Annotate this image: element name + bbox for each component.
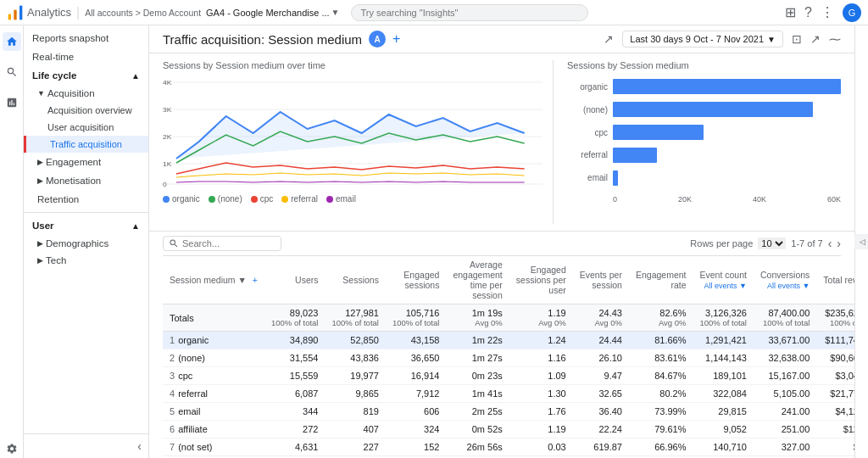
prev-page-btn[interactable]: ‹ <box>828 237 832 250</box>
tech-label: Tech <box>46 255 66 265</box>
settings-icon <box>6 443 18 455</box>
line-chart-svg: 4K 3K 2K 1K 0 <box>163 74 542 193</box>
col-avg-engagement[interactable]: Averageengagementtime persession <box>446 256 509 304</box>
col-users[interactable]: Users <box>264 256 325 304</box>
svg-rect-2 <box>19 5 22 20</box>
date-range-selector[interactable]: Last 30 days 9 Oct - 7 Nov 2021 ▼ <box>622 31 783 47</box>
bar-chart-panel: Sessions by Session medium organic (none… <box>553 60 841 224</box>
export-icon[interactable]: ⊡ <box>792 32 802 46</box>
sidebar-item-user-acquisition[interactable]: User acquisition <box>24 119 148 136</box>
header-actions: ↗ Last 30 days 9 Oct - 7 Nov 2021 ▼ ⊡ ↗ … <box>604 31 841 47</box>
table-row[interactable]: 4referral 6,087 9,865 7,912 1m 41s 1.30 … <box>163 385 854 403</box>
sidebar-item-retention[interactable]: Retention <box>24 190 148 209</box>
settings-icon-btn[interactable] <box>3 439 21 458</box>
sidebar-section-lifecycle[interactable]: Life cycle ▲ <box>24 66 148 85</box>
sidebar-item-reports-snapshot[interactable]: Reports snapshot <box>24 29 148 47</box>
col-revenue[interactable]: Total revenue <box>816 256 854 304</box>
feedback-btn[interactable]: ◁ <box>854 234 869 249</box>
legend-cpc: cpc <box>251 194 274 204</box>
sidebar-item-acquisition-overview[interactable]: Acquisition overview <box>24 102 148 119</box>
svg-text:3K: 3K <box>163 106 172 114</box>
sidebar-item-traffic-acquisition[interactable]: Traffic acquisition <box>24 136 148 153</box>
table-row[interactable]: 5email 344 819 606 2m 25s 1.76 36.40 73.… <box>163 403 854 421</box>
table-row[interactable]: 6affiliate 272 407 324 0m 52s 1.19 22.24… <box>163 421 854 438</box>
help-icon[interactable]: ? <box>804 5 812 20</box>
topbar: Analytics | All accounts > Demo Account … <box>0 0 868 25</box>
user-acquisition-label: User acquisition <box>47 122 114 132</box>
app-name: Analytics <box>27 6 71 19</box>
col-engagement-rate[interactable]: Engagementrate <box>629 256 693 304</box>
sidebar-collapse-btn[interactable]: ‹ <box>24 433 148 458</box>
next-page-btn[interactable]: › <box>837 237 841 250</box>
bar-row-cpc: cpc <box>567 125 841 140</box>
legend-email: email <box>326 194 356 204</box>
sidebar-item-engagement[interactable]: ▶ Engagement <box>24 153 148 171</box>
data-table: Session medium ▼ + Users Sessions Engage… <box>163 256 854 456</box>
rows-per-page-control: Rows per page 10 25 50 1-7 of 7 ‹ › <box>690 237 841 250</box>
col-medium[interactable]: Session medium ▼ + <box>163 256 264 304</box>
svg-text:2K: 2K <box>163 133 172 141</box>
col-sessions[interactable]: Sessions <box>325 256 385 304</box>
app-logo[interactable]: Analytics <box>7 4 71 21</box>
svg-text:1K: 1K <box>163 160 172 168</box>
date-chevron-icon: ▼ <box>767 35 776 44</box>
col-engaged-sessions[interactable]: Engagedsessions <box>386 256 446 304</box>
more-options-icon[interactable]: ⁓ <box>829 32 841 46</box>
table-row[interactable]: 3cpc 15,559 19,977 16,914 0m 23s 1.09 9.… <box>163 367 854 385</box>
col-conversions[interactable]: ConversionsAll events ▼ <box>754 256 816 304</box>
col-engaged-per-user[interactable]: Engagedsessions peruser <box>509 256 573 304</box>
retention-label: Retention <box>37 194 79 204</box>
sidebar-item-demographics[interactable]: ▶ Demographics <box>24 235 148 252</box>
realtime-label: Real-time <box>32 52 74 62</box>
rows-per-page-label: Rows per page <box>690 238 753 249</box>
line-chart-panel: Sessions by Session medium over time 4K … <box>163 60 553 224</box>
grid-icon[interactable]: ⊞ <box>785 4 796 20</box>
title-badge: A <box>369 31 386 47</box>
search-icon-btn[interactable] <box>3 63 21 81</box>
monetisation-expand-icon: ▶ <box>37 176 43 185</box>
add-dimension-btn[interactable]: + <box>253 275 258 285</box>
rows-per-page-select[interactable]: 10 25 50 <box>758 237 786 249</box>
sidebar-item-acquisition[interactable]: ▼ Acquisition <box>24 85 148 102</box>
nav-sidebar: Reports snapshot Real-time Life cycle ▲ … <box>24 25 149 458</box>
table-row[interactable]: 2(none) 31,554 43,836 36,650 1m 27s 1.16… <box>163 349 854 367</box>
property-chevron-icon: ▼ <box>331 8 340 17</box>
account-path: All accounts > Demo Account <box>85 8 201 18</box>
sidebar-nav: Reports snapshot Real-time Life cycle ▲ … <box>24 25 148 433</box>
col-events-per-session[interactable]: Events persession <box>573 256 629 304</box>
chart-icon-btn[interactable] <box>3 93 21 112</box>
svg-text:24: 24 <box>321 191 330 193</box>
bar-row-email: email <box>567 170 841 186</box>
property-selector[interactable]: GA4 - Google Merchandise ... ▼ <box>206 8 339 18</box>
svg-rect-1 <box>14 9 16 20</box>
lifecycle-chevron-icon: ▲ <box>131 71 140 81</box>
table-row[interactable]: 7(not set) 4,631 227 152 26m 56s 0.03 61… <box>163 438 854 456</box>
add-comparison-btn[interactable]: + <box>392 31 400 47</box>
home-icon <box>6 36 18 47</box>
bar-row-none: (none) <box>567 102 841 117</box>
table-toolbar: Rows per page 10 25 50 1-7 of 7 ‹ › <box>163 232 841 256</box>
reports-snapshot-label: Reports snapshot <box>32 33 108 43</box>
svg-text:4K: 4K <box>163 79 172 87</box>
table-search-box[interactable] <box>163 236 281 251</box>
search-input[interactable] <box>351 4 588 21</box>
share-icon[interactable]: ↗ <box>810 32 821 46</box>
more-icon[interactable]: ⋮ <box>821 4 834 20</box>
sidebar-item-monetisation[interactable]: ▶ Monetisation <box>24 171 148 190</box>
user-section-label: User <box>32 221 54 231</box>
home-icon-btn[interactable] <box>3 32 21 51</box>
engagement-expand-icon: ▶ <box>37 158 43 166</box>
sidebar-section-user[interactable]: User ▲ <box>24 216 148 235</box>
line-chart-title: Sessions by Session medium over time <box>163 60 542 70</box>
svg-text:31: 31 <box>393 191 402 193</box>
account-avatar[interactable]: G <box>843 3 861 22</box>
sidebar-item-tech[interactable]: ▶ Tech <box>24 252 148 269</box>
demographics-label: Demographics <box>46 238 108 249</box>
sidebar-item-realtime[interactable]: Real-time <box>24 47 148 66</box>
date-range-text: Last 30 days 9 Oct - 7 Nov 2021 <box>630 34 764 44</box>
table-search-input[interactable] <box>182 238 275 249</box>
search-box[interactable] <box>351 4 588 21</box>
analytics-logo-icon <box>7 4 24 21</box>
table-row[interactable]: 1organic 34,890 52,850 43,158 1m 22s 1.2… <box>163 332 854 349</box>
col-event-count[interactable]: Event countAll events ▼ <box>693 256 754 304</box>
